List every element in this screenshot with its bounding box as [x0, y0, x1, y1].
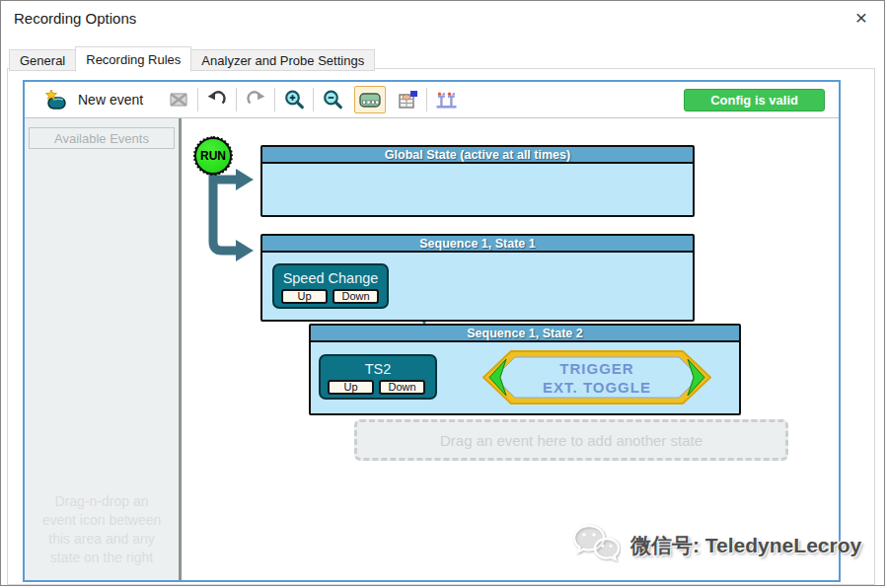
- ts2-buttons: Up Down: [328, 380, 425, 395]
- drag-drop-hint: Drag-n-drop an event icon between this a…: [27, 492, 177, 567]
- toolbar: New event: [25, 82, 839, 118]
- sequence1-state2-title: Sequence 1, State 2: [311, 326, 739, 342]
- tab-bar: General Recording Rules Analyzer and Pro…: [9, 46, 374, 71]
- down-button[interactable]: Down: [333, 289, 379, 304]
- recording-options-dialog: Recording Options × General Recording Ru…: [0, 0, 885, 586]
- toolbar-separator: [274, 88, 275, 111]
- toolbar-separator: [197, 88, 198, 111]
- toolbar-separator: [313, 88, 314, 111]
- tab-recording-rules[interactable]: Recording Rules: [75, 46, 191, 72]
- speed-change-event[interactable]: Speed Change Up Down: [272, 263, 389, 309]
- available-events-header: Available Events: [29, 127, 175, 149]
- trigger-line1: TRIGGER: [559, 359, 633, 378]
- config-status-badge: Config is valid: [684, 89, 825, 111]
- front-panel-icon[interactable]: [354, 86, 386, 113]
- ts2-event[interactable]: TS2 Up Down: [319, 354, 437, 400]
- zoom-in-icon[interactable]: [280, 86, 308, 113]
- zoom-out-icon[interactable]: [319, 86, 346, 113]
- down-button[interactable]: Down: [379, 380, 425, 395]
- up-button[interactable]: Up: [328, 380, 374, 395]
- watermark: 微信号: TeledyneLecroy: [571, 522, 861, 569]
- probes-icon[interactable]: [432, 86, 460, 113]
- ts2-label: TS2: [321, 361, 435, 377]
- tab-general[interactable]: General: [9, 49, 76, 71]
- redo-icon[interactable]: [242, 86, 269, 113]
- delete-event-icon[interactable]: [165, 86, 192, 113]
- global-state-title: Global State (active at all times): [262, 147, 693, 164]
- new-event-icon: [42, 86, 70, 113]
- undo-icon[interactable]: [203, 86, 231, 113]
- properties-icon[interactable]: [394, 86, 421, 113]
- close-icon[interactable]: ×: [847, 5, 876, 31]
- hint-line: Drag-n-drop an: [27, 492, 177, 511]
- hint-line: state on the right: [27, 549, 177, 567]
- hint-line: this area and any: [27, 530, 177, 549]
- wechat-icon: [571, 522, 621, 569]
- drop-zone-hint: Drag an event here to add another state: [440, 432, 702, 449]
- new-event-button[interactable]: New event: [37, 86, 149, 113]
- trigger-action-node[interactable]: TRIGGER EXT. TOGGLE: [481, 348, 712, 406]
- new-event-label: New event: [78, 92, 143, 108]
- toolbar-separator: [236, 88, 237, 111]
- trigger-line2: EXT. TOGGLE: [543, 378, 651, 397]
- hint-line: event icon between: [27, 511, 177, 530]
- speed-change-label: Speed Change: [274, 270, 387, 286]
- up-button[interactable]: Up: [281, 289, 328, 304]
- toolbar-separator: [426, 88, 427, 111]
- trigger-action-label: TRIGGER EXT. TOGGLE: [481, 348, 712, 406]
- run-node[interactable]: RUN: [194, 137, 232, 175]
- new-state-drop-zone[interactable]: Drag an event here to add another state: [354, 419, 788, 461]
- sequence1-state1-title: Sequence 1, State 1: [262, 236, 693, 253]
- speed-change-buttons: Up Down: [281, 289, 379, 304]
- watermark-text: 微信号: TeledyneLecroy: [630, 532, 861, 559]
- available-events-panel: Available Events Drag-n-drop an event ic…: [25, 118, 179, 580]
- window-title: Recording Options: [14, 10, 136, 27]
- tab-analyzer-probe-settings[interactable]: Analyzer and Probe Settings: [190, 49, 375, 71]
- global-state-box[interactable]: Global State (active at all times): [260, 145, 695, 217]
